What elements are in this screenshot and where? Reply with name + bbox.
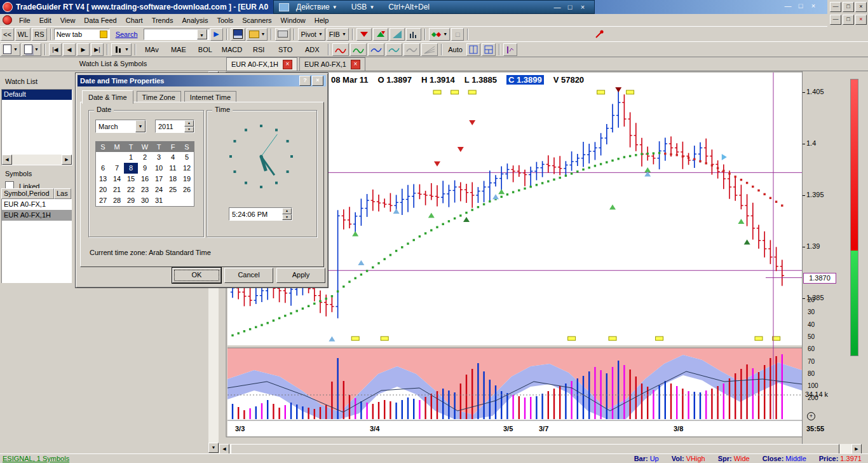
rs-button[interactable]: RS — [32, 28, 46, 41]
page-layout-icon[interactable]: ▼ — [1, 43, 20, 56]
menu-scanners[interactable]: Scanners — [238, 15, 276, 25]
squiggle-red-icon[interactable] — [332, 43, 349, 56]
copy-page-icon[interactable]: ▼ — [22, 43, 41, 56]
pivot-dropdown-button[interactable]: Pivot ▼ — [298, 28, 325, 41]
open-folder-icon[interactable]: ▼ — [247, 28, 268, 41]
calendar-day-9[interactable]: 9 — [138, 163, 152, 174]
indicator-button-mae[interactable]: MAE — [166, 43, 191, 56]
restore-icon[interactable]: □ — [564, 3, 576, 11]
vm-usb-menu[interactable]: USB ▼ — [351, 3, 375, 11]
close-tab-icon[interactable]: × — [283, 60, 292, 69]
tab-eur-1[interactable]: EUR A0-FX,1 × — [299, 57, 365, 71]
chevron-down-icon[interactable]: ▼ — [197, 29, 207, 39]
close-icon[interactable]: × — [576, 3, 589, 11]
minimize-icon[interactable]: — — [551, 3, 564, 11]
calendar-day-2[interactable]: 2 — [138, 152, 152, 163]
tab-date-time[interactable]: Date & Time — [82, 90, 133, 104]
menu-trends[interactable]: Trends — [147, 15, 178, 25]
price-axis[interactable]: 1.3870 34.14 k + 35:55 1.4051.41.3951.39… — [802, 71, 849, 453]
bars-tool-icon[interactable] — [406, 28, 421, 41]
squiggle-gray-icon[interactable] — [403, 43, 420, 56]
time-spinner[interactable]: 5:24:06 PM ▲ ▼ — [229, 207, 292, 221]
calendar-day-5[interactable]: 5 — [180, 152, 194, 163]
calendar-day-29[interactable]: 29 — [124, 195, 138, 206]
chart-hscrollbar[interactable]: ◀ ▶ — [219, 444, 862, 454]
calendar-day-12[interactable]: 12 — [180, 163, 194, 174]
calendar-day-19[interactable]: 19 — [180, 174, 194, 184]
indicator-button-macd[interactable]: MACD — [219, 43, 245, 56]
column-symbol-period[interactable]: Symbol,Period — [1, 188, 54, 199]
chart-style-dropdown[interactable]: ▼ — [111, 43, 132, 56]
zoom-icon[interactable]: + — [807, 412, 815, 420]
watchlist-item-default[interactable]: Default — [2, 90, 72, 100]
symbol-row[interactable]: EUR A0-FX,1 — [2, 199, 72, 210]
calendar-day-10[interactable]: 10 — [152, 163, 166, 174]
save-icon[interactable] — [231, 28, 245, 41]
indicator-button-adx[interactable]: ADX — [299, 43, 325, 56]
mdi-close-button[interactable]: × — [855, 15, 867, 25]
minimize-button[interactable]: — — [830, 2, 841, 12]
menu-tools[interactable]: Tools — [212, 15, 238, 25]
restore-button[interactable]: □ — [843, 2, 854, 12]
go-button[interactable]: ▶ — [210, 28, 223, 41]
scale-value-70[interactable]: 70 — [808, 358, 815, 365]
calendar-day-23[interactable]: 23 — [138, 184, 152, 195]
fib-fan-gray-icon[interactable] — [421, 43, 438, 56]
trend-tool-icon[interactable] — [390, 28, 405, 41]
cancel-button[interactable]: Cancel — [224, 268, 273, 283]
calendar-day-4[interactable]: 4 — [166, 152, 180, 163]
calendar-day-27[interactable]: 27 — [96, 195, 110, 206]
watchlist-button[interactable]: WL — [15, 28, 31, 41]
menu-chart[interactable]: Chart — [121, 15, 147, 25]
new-tab-input[interactable]: New tab — [54, 29, 110, 40]
scale-value-40[interactable]: 40 — [808, 321, 815, 328]
symbol-row-selected[interactable]: EUR A0-FX,1H — [2, 210, 72, 221]
scale-value-20[interactable]: 20 — [808, 296, 815, 303]
first-bar-button[interactable]: |◀ — [49, 43, 62, 56]
diamond-marker-dropdown[interactable]: ◆ ◆ ▼ — [429, 28, 450, 41]
pin-annotation-icon[interactable] — [592, 28, 607, 41]
close-button[interactable]: × — [312, 76, 323, 86]
indicator-button-mav[interactable]: MAv — [139, 43, 165, 56]
menu-file[interactable]: File — [15, 15, 35, 25]
minimize-icon[interactable]: — — [782, 2, 794, 10]
indicator-button-sto[interactable]: STO — [273, 43, 298, 56]
mdi-minimize-button[interactable]: — — [830, 15, 841, 25]
spin-down-icon[interactable]: ▼ — [184, 127, 194, 133]
scrollbar-thumb[interactable] — [231, 444, 839, 454]
menu-edit[interactable]: Edit — [35, 15, 56, 25]
calendar-day-3[interactable]: 3 — [152, 152, 166, 163]
spin-up-icon[interactable]: ▲ — [282, 208, 292, 214]
menu-analysis[interactable]: Analysis — [177, 15, 212, 25]
scale-value-60[interactable]: 60 — [808, 345, 815, 352]
squiggle-green-icon[interactable] — [350, 43, 367, 56]
squiggle-teal-icon[interactable] — [386, 43, 402, 56]
calendar-day-13[interactable]: 13 — [96, 174, 110, 184]
search-link[interactable]: Search — [116, 31, 138, 38]
signal-sell-icon[interactable] — [356, 28, 372, 41]
calendar-day-30[interactable]: 30 — [138, 195, 152, 206]
calendar-day-25[interactable]: 25 — [166, 184, 180, 195]
scale-value-200[interactable]: 200 — [808, 394, 818, 401]
collapse-panel-button[interactable]: << — [1, 28, 14, 41]
menu-view[interactable]: View — [56, 15, 80, 25]
calendar-day-31[interactable]: 31 — [152, 195, 166, 206]
scroll-left-icon[interactable]: ◀ — [2, 155, 12, 165]
apply-button[interactable]: Apply — [276, 268, 325, 283]
fib-dropdown-button[interactable]: FIB ▼ — [327, 28, 349, 41]
spin-up-icon[interactable]: ▲ — [184, 120, 194, 127]
ok-button[interactable]: OK — [172, 268, 221, 283]
listbox-hscrollbar[interactable]: ◀ ▶ — [2, 155, 72, 165]
scale-value-30[interactable]: 30 — [808, 308, 815, 315]
close-tab-icon[interactable]: × — [351, 60, 360, 69]
calendar-day-21[interactable]: 21 — [110, 184, 124, 195]
next-bar-button[interactable]: ▶ — [77, 43, 90, 56]
print-icon[interactable] — [275, 28, 290, 41]
scale-value-100[interactable]: 100 — [808, 382, 818, 389]
window-copy-icon[interactable]: □ — [451, 28, 464, 41]
squiggle-blue-icon[interactable] — [368, 43, 384, 56]
calendar-day-1[interactable]: 1 — [124, 152, 138, 163]
close-icon[interactable]: × — [807, 2, 820, 10]
calendar-day-8[interactable]: 8 — [124, 163, 138, 174]
scale-value-80[interactable]: 80 — [808, 370, 815, 377]
